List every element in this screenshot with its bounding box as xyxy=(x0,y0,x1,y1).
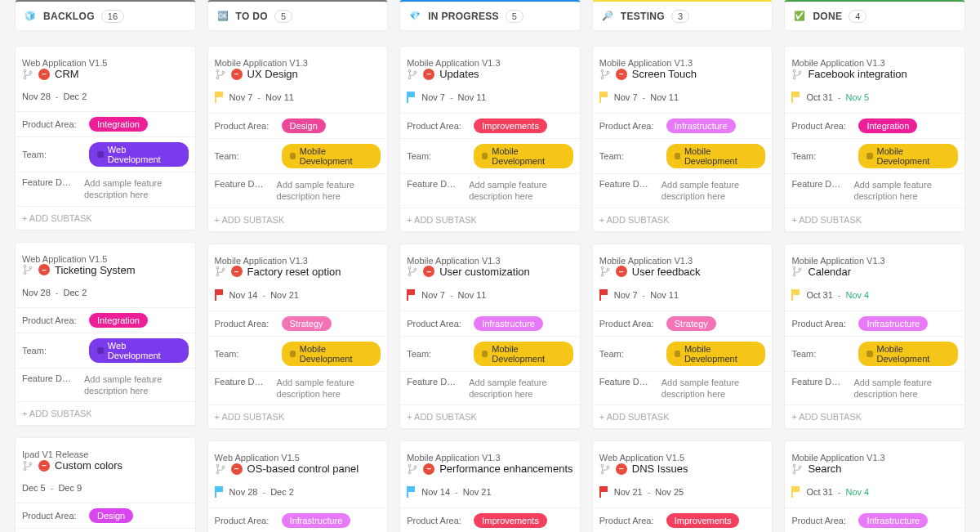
feature-desc-placeholder[interactable]: Add sample feature description here xyxy=(853,377,958,400)
date-sep: - xyxy=(838,92,841,102)
feature-desc-placeholder[interactable]: Add sample feature description here xyxy=(84,373,189,397)
column-header[interactable]: 🆗TO DO5 xyxy=(207,0,389,31)
product-area-pill[interactable]: Design xyxy=(89,508,133,523)
add-subtask-button[interactable]: + ADD SUBTASK xyxy=(208,405,388,428)
add-subtask-button[interactable]: + ADD SUBTASK xyxy=(593,208,773,231)
branch-icon xyxy=(599,463,611,475)
status-icon: 🧊 xyxy=(24,10,37,23)
team-color-icon xyxy=(675,153,680,159)
svg-point-4 xyxy=(24,272,26,275)
team-pill[interactable]: Mobile Development xyxy=(474,342,573,366)
task-card[interactable]: Web Application V1.5–DNS IssuesNov 21-No… xyxy=(592,440,773,532)
date-sep: - xyxy=(262,290,265,300)
add-subtask-button[interactable]: + ADD SUBTASK xyxy=(208,208,388,231)
card-count: 5 xyxy=(274,10,292,23)
feature-desc-placeholder[interactable]: Add sample feature description here xyxy=(277,377,381,400)
branch-icon xyxy=(22,69,33,80)
column-header[interactable]: ✅DONE4 xyxy=(784,0,965,31)
task-title: Performance enhancements xyxy=(439,463,572,475)
team-pill[interactable]: Mobile Development xyxy=(282,342,381,366)
status-name: TESTING xyxy=(621,11,665,22)
add-subtask-button[interactable]: + ADD SUBTASK xyxy=(16,402,195,425)
svg-point-37 xyxy=(793,76,795,78)
task-card[interactable]: Mobile Application V1.3–User feedbackNov… xyxy=(592,244,773,430)
date-start: Dec 5 xyxy=(22,483,46,493)
date-end: Nov 4 xyxy=(845,290,869,300)
svg-point-14 xyxy=(222,268,225,270)
team-pill[interactable]: Web Development xyxy=(89,338,189,363)
task-card[interactable]: Mobile Application V1.3SearchOct 31-Nov … xyxy=(784,440,965,532)
task-card[interactable]: Mobile Application V1.3–Screen TouchNov … xyxy=(592,46,773,232)
task-card[interactable]: Ipad V1 Release–Custom colorsDec 5-Dec 9… xyxy=(15,437,196,532)
task-card[interactable]: Mobile Application V1.3Facebook integrat… xyxy=(784,46,965,232)
product-area-pill[interactable]: Integration xyxy=(89,313,148,328)
product-area-label: Product Area: xyxy=(407,516,467,525)
feature-desc-placeholder[interactable]: Add sample feature description here xyxy=(853,179,958,203)
product-area-pill[interactable]: Integration xyxy=(858,118,917,133)
column-header[interactable]: 🧊BACKLOG16 xyxy=(15,0,196,31)
team-pill[interactable]: Mobile Development xyxy=(858,144,958,168)
feature-desc-placeholder[interactable]: Add sample feature description here xyxy=(277,179,381,203)
product-area-pill[interactable]: Strategy xyxy=(282,316,332,331)
flag-icon xyxy=(215,92,225,103)
product-area-pill[interactable]: Improvements xyxy=(474,118,547,133)
task-card[interactable]: Web Application V1.5–OS-based control pa… xyxy=(207,440,389,532)
task-card[interactable]: Mobile Application V1.3–User customizati… xyxy=(399,244,581,430)
product-area-pill[interactable]: Infrastructure xyxy=(282,513,351,528)
add-subtask-button[interactable]: + ADD SUBTASK xyxy=(785,405,964,428)
feature-desc-placeholder[interactable]: Add sample feature description here xyxy=(84,177,189,201)
flag-icon xyxy=(407,486,416,498)
product-area-pill[interactable]: Infrastructure xyxy=(666,118,736,133)
add-subtask-button[interactable]: + ADD SUBTASK xyxy=(785,208,964,231)
svg-point-29 xyxy=(607,70,609,73)
add-subtask-button[interactable]: + ADD SUBTASK xyxy=(593,405,773,428)
status-name: IN PROGRESS xyxy=(428,11,499,22)
task-card[interactable]: Web Application V1.5–Ticketing SystemNov… xyxy=(15,242,196,427)
product-area-pill[interactable]: Infrastructure xyxy=(858,513,928,528)
date-sep: - xyxy=(56,288,59,297)
task-title: User feedback xyxy=(632,266,701,278)
product-area-pill[interactable]: Integration xyxy=(89,117,148,132)
priority-icon: – xyxy=(231,266,243,277)
team-pill[interactable]: Mobile Development xyxy=(282,144,381,168)
date-start: Nov 7 xyxy=(421,290,445,300)
team-color-icon xyxy=(290,153,296,159)
feature-desc-placeholder[interactable]: Add sample feature description here xyxy=(662,179,766,203)
product-area-pill[interactable]: Improvements xyxy=(474,513,547,528)
add-subtask-button[interactable]: + ADD SUBTASK xyxy=(400,208,580,231)
date-end: Nov 11 xyxy=(458,92,487,102)
product-area-pill[interactable]: Design xyxy=(282,118,326,133)
feature-desc-placeholder[interactable]: Add sample feature description here xyxy=(469,179,573,203)
branch-icon xyxy=(791,69,803,80)
feature-desc-label: Feature Des... xyxy=(791,377,845,387)
team-pill[interactable]: Mobile Development xyxy=(474,144,573,168)
svg-point-38 xyxy=(799,70,801,73)
add-subtask-button[interactable]: + ADD SUBTASK xyxy=(400,405,580,428)
task-card[interactable]: Web Application V1.5–CRMNov 28-Dec 2Prod… xyxy=(15,46,196,230)
date-end: Nov 25 xyxy=(655,487,684,497)
product-area-pill[interactable]: Strategy xyxy=(666,316,716,331)
date-start: Nov 7 xyxy=(614,290,638,300)
product-area-pill[interactable]: Improvements xyxy=(666,513,740,528)
column-header[interactable]: 💎IN PROGRESS5 xyxy=(399,0,581,31)
date-sep: - xyxy=(838,290,841,300)
svg-point-34 xyxy=(601,472,604,474)
add-subtask-button[interactable]: + ADD SUBTASK xyxy=(16,207,195,230)
column-header[interactable]: 🔎TESTING3 xyxy=(592,0,773,31)
task-card[interactable]: Mobile Application V1.3–UpdatesNov 7-Nov… xyxy=(399,46,581,232)
svg-point-17 xyxy=(222,466,225,468)
product-area-pill[interactable]: Infrastructure xyxy=(858,316,928,331)
team-pill[interactable]: Mobile Development xyxy=(858,342,958,366)
task-card[interactable]: Mobile Application V1.3–UX DesignNov 7-N… xyxy=(207,46,389,232)
task-card[interactable]: Mobile Application V1.3–Performance enha… xyxy=(399,440,581,532)
feature-desc-placeholder[interactable]: Add sample feature description here xyxy=(662,377,766,400)
team-pill[interactable]: Mobile Development xyxy=(666,342,766,366)
task-card[interactable]: Mobile Application V1.3–Factory reset op… xyxy=(207,244,389,430)
team-pill[interactable]: Web Development xyxy=(89,142,189,167)
product-area-pill[interactable]: Infrastructure xyxy=(474,316,543,331)
svg-point-2 xyxy=(29,70,32,73)
team-pill[interactable]: Mobile Development xyxy=(666,144,766,168)
task-card[interactable]: Mobile Application V1.3CalendarOct 31-No… xyxy=(784,244,965,430)
feature-desc-placeholder[interactable]: Add sample feature description here xyxy=(469,377,573,400)
branch-icon xyxy=(215,69,226,80)
